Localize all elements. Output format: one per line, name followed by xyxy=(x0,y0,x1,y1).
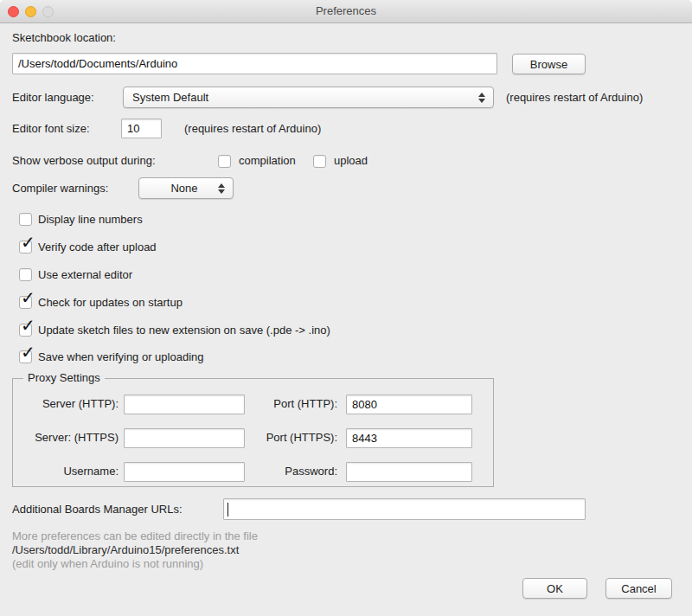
ok-button[interactable]: OK xyxy=(522,578,587,599)
port-http-label: Port (HTTP): xyxy=(251,397,337,411)
display-line-numbers-label: Display line numbers xyxy=(38,213,143,227)
close-button-icon[interactable] xyxy=(8,6,19,17)
zoom-button-icon xyxy=(42,6,54,17)
compilation-checkbox[interactable]: ✓ xyxy=(218,155,231,168)
upload-checkbox[interactable]: ✓ xyxy=(313,155,326,168)
proxy-settings-legend: Proxy Settings xyxy=(23,371,105,385)
editor-font-size-note: (requires restart of Arduino) xyxy=(184,122,321,136)
compilation-checkbox-label: compilation xyxy=(239,154,296,168)
editor-language-select[interactable]: System Default xyxy=(123,87,494,108)
checkmark-icon: ✓ xyxy=(21,234,35,251)
check-for-updates-label: Check for updates on startup xyxy=(38,296,183,310)
checkmark-icon: ✓ xyxy=(21,289,35,306)
text-caret xyxy=(227,503,228,517)
update-sketch-files-label: Update sketch files to new extension on … xyxy=(38,324,330,337)
compiler-warnings-select[interactable]: None xyxy=(138,177,234,199)
checkmark-icon: ✓ xyxy=(21,317,35,334)
save-when-verifying-checkbox[interactable]: ✓ xyxy=(19,350,32,363)
verify-code-after-upload-checkbox[interactable]: ✓ xyxy=(19,241,32,253)
checkmark-icon: ✓ xyxy=(21,343,35,361)
password-label: Password: xyxy=(251,465,337,478)
port-https-input[interactable] xyxy=(346,428,472,448)
stepper-arrows-icon xyxy=(478,87,485,107)
password-input[interactable] xyxy=(346,462,472,482)
use-external-editor-label: Use external editor xyxy=(38,268,132,282)
upload-checkbox-label: upload xyxy=(334,154,368,168)
editor-language-note: (requires restart of Arduino) xyxy=(506,91,643,105)
username-label: Username: xyxy=(12,465,119,478)
verify-code-after-upload-label: Verify code after upload xyxy=(38,241,157,254)
server-http-label: Server (HTTP): xyxy=(12,397,119,411)
stepper-arrows-icon xyxy=(218,178,225,198)
use-external-editor-checkbox[interactable]: ✓ xyxy=(19,268,32,281)
footer-note-line1: More preferences can be edited directly … xyxy=(12,529,258,543)
boards-manager-urls-input[interactable] xyxy=(223,498,586,520)
minimize-button-icon[interactable] xyxy=(25,6,36,17)
username-input[interactable] xyxy=(124,462,245,482)
boards-manager-urls-label: Additional Boards Manager URLs: xyxy=(12,503,183,517)
server-http-input[interactable] xyxy=(124,395,245,414)
preferences-file-path: /Users/todd/Library/Arduino15/preference… xyxy=(12,543,239,557)
verbose-output-label: Show verbose output during: xyxy=(12,154,156,168)
browse-button[interactable]: Browse xyxy=(512,54,586,74)
check-for-updates-checkbox[interactable]: ✓ xyxy=(19,296,32,309)
editor-language-value: System Default xyxy=(124,91,208,104)
sketchbook-location-input[interactable] xyxy=(12,53,497,74)
port-https-label: Port (HTTPS): xyxy=(251,431,337,445)
preferences-dialog: Preferences Sketchbook location: Browse … xyxy=(0,0,692,616)
editor-language-label: Editor language: xyxy=(12,91,94,105)
editor-font-size-label: Editor font size: xyxy=(12,122,90,136)
title-bar[interactable]: Preferences xyxy=(0,0,692,23)
port-http-input[interactable] xyxy=(346,395,472,414)
display-line-numbers-checkbox[interactable]: ✓ xyxy=(19,213,32,226)
footer-note-line3: (edit only when Arduino is not running) xyxy=(12,557,203,571)
save-when-verifying-label: Save when verifying or uploading xyxy=(38,350,204,364)
editor-font-size-input[interactable] xyxy=(121,119,162,138)
window-controls xyxy=(8,6,54,17)
compiler-warnings-label: Compiler warnings: xyxy=(12,182,108,196)
cancel-button[interactable]: Cancel xyxy=(606,578,672,599)
sketchbook-location-label: Sketchbook location: xyxy=(12,31,116,45)
server-https-input[interactable] xyxy=(124,428,245,448)
server-https-label: Server: (HTTPS) xyxy=(12,431,119,445)
update-sketch-files-checkbox[interactable]: ✓ xyxy=(19,324,32,337)
window-title: Preferences xyxy=(0,0,692,22)
